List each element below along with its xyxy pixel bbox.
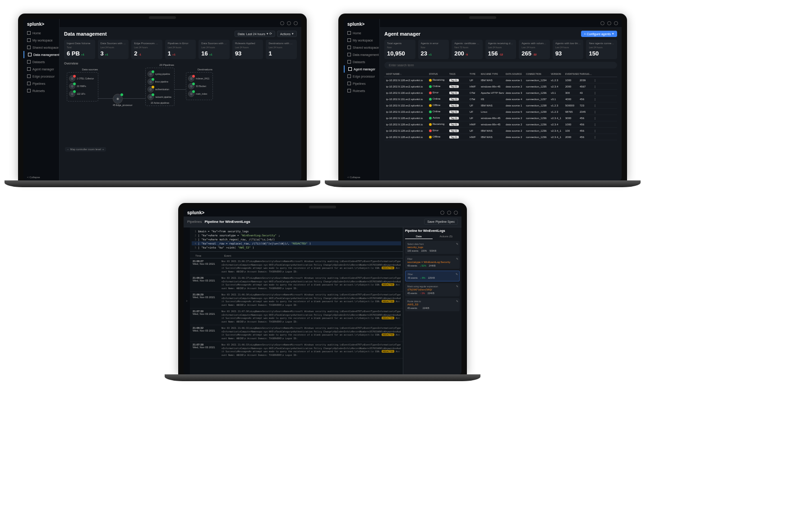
stat-card[interactable]: Destinations with Connection IssuesLast … bbox=[266, 40, 297, 59]
pipeline-stage-card[interactable]: ✎Filter45 events↓ 9%225KB bbox=[405, 271, 460, 281]
col-host[interactable]: HOST NAME ↓ bbox=[386, 73, 429, 75]
edit-icon[interactable]: ✎ bbox=[456, 299, 458, 303]
edit-icon[interactable]: ✎ bbox=[456, 257, 458, 260]
actions-button[interactable]: Actions ▾ bbox=[277, 31, 297, 37]
col-status[interactable]: STATUS bbox=[429, 73, 449, 75]
event-row[interactable]: 21:07:30Wed, Nov 03 2021Nov 03 2021 21:0… bbox=[190, 309, 403, 325]
event-row[interactable]: 21:06:28Wed, Nov 03 2021Nov 03 2021 21:0… bbox=[190, 275, 403, 292]
row-menu-icon[interactable]: ⋮ bbox=[593, 85, 597, 88]
event-row[interactable]: 21:06:27Wed, Nov 03 2021Nov 03 2021 21:0… bbox=[190, 258, 403, 275]
sidebar-item-user[interactable]: My workspace bbox=[23, 37, 59, 44]
user-icon[interactable] bbox=[614, 21, 618, 25]
sidebar-item-rule[interactable]: Rulesets bbox=[23, 87, 59, 94]
edit-icon[interactable]: ✎ bbox=[456, 242, 458, 245]
stat-card[interactable]: Data Sources with Volume ChangesLast 24 … bbox=[198, 40, 230, 59]
code-line[interactable]: 4| "kw">eval _raw = replace(_raw, /(?i)(… bbox=[192, 241, 401, 245]
flow-node[interactable]: ◎22 HWFs bbox=[69, 83, 96, 89]
stat-card[interactable]: Agents with low throughputLast 24 hours9… bbox=[553, 40, 584, 59]
help-icon[interactable] bbox=[287, 21, 291, 25]
code-editor[interactable]: 1$main = "kw">from security_logs2| "kw">… bbox=[190, 227, 403, 252]
settings-icon[interactable] bbox=[280, 21, 284, 25]
stat-card[interactable]: Edge Processors Without AgentsLast 24 ho… bbox=[131, 40, 162, 59]
tab-data[interactable]: Data bbox=[405, 234, 433, 239]
col-events[interactable]: EVENTS/SEC bbox=[565, 73, 580, 75]
row-menu-icon[interactable]: ⋮ bbox=[593, 104, 597, 107]
sidebar-item-home[interactable]: Home bbox=[23, 29, 59, 37]
col-throughput[interactable]: THROUGHPUT bbox=[580, 73, 593, 75]
sidebar-item-pipe[interactable]: Pipelines bbox=[344, 80, 379, 87]
sidebar-item-agent[interactable]: Agent manager bbox=[23, 65, 59, 73]
stat-card[interactable]: Agents receiving dataLast 24 hours156-12 bbox=[485, 40, 517, 59]
event-row[interactable]: 21:07:38Wed, Nov 03 2021Nov 03 2021 21:0… bbox=[190, 342, 403, 359]
pipeline-stage-card[interactable]: ✎Route data toAWS_S345 events224KB bbox=[405, 298, 460, 311]
flow-node[interactable]: ◎S3 Bucket bbox=[188, 83, 211, 89]
col-connection[interactable]: CONNECTION bbox=[526, 73, 551, 75]
sidebar-item-home[interactable]: Home bbox=[344, 29, 379, 37]
sidebar-item-share[interactable]: Shared workspace bbox=[23, 44, 59, 51]
row-menu-icon[interactable]: ⋮ bbox=[593, 78, 597, 82]
flow-node[interactable]: ◎syslog pipeline bbox=[148, 71, 172, 77]
stat-card[interactable]: New agents connectedLast 24 hours150 bbox=[586, 40, 617, 59]
stat-card[interactable]: Ingest Data VolumeTotal6 PB+1 bbox=[64, 40, 95, 59]
stat-card[interactable]: Rulesets AppliedLast 24 hours93 bbox=[232, 40, 263, 59]
code-line[interactable]: 2| "kw">where sourcetype = "WinEventLog:… bbox=[192, 233, 401, 237]
code-line[interactable]: 5| "kw">into "kw">sink("AWS_S3") bbox=[192, 245, 401, 249]
sidebar-item-share[interactable]: Shared workspace bbox=[344, 44, 379, 51]
sidebar-item-pipe[interactable]: Pipelines bbox=[23, 80, 59, 87]
date-range-button[interactable]: Data: Last 24 hours ▾ ⟳ bbox=[235, 31, 275, 37]
settings-icon[interactable] bbox=[600, 21, 604, 25]
expand-sidebar-icon[interactable]: › bbox=[184, 227, 190, 374]
event-row[interactable]: 21:06:32Wed, Nov 03 2021Nov 03 2021 21:0… bbox=[190, 325, 403, 342]
col-tags[interactable]: TAGS bbox=[449, 73, 470, 75]
row-menu-icon[interactable]: ⋮ bbox=[593, 97, 597, 101]
col-machine[interactable]: MACHINE TYPE bbox=[481, 73, 506, 75]
save-pipeline-button[interactable]: Save Pipeline Spec bbox=[424, 219, 458, 225]
table-row[interactable]: ip-10.202.9.133.ec2.splunkit.ioOnlineTag… bbox=[384, 109, 617, 115]
user-icon[interactable] bbox=[454, 211, 458, 215]
sidebar-item-data[interactable]: Data management bbox=[23, 51, 59, 58]
col-type[interactable]: TYPE bbox=[470, 73, 481, 75]
sidebar-item-db[interactable]: Datasets bbox=[344, 58, 379, 65]
flow-node[interactable]: ◎network pipeline bbox=[148, 94, 172, 100]
row-menu-icon[interactable]: ⋮ bbox=[593, 91, 597, 94]
flow-processor-node[interactable]: ◉ bbox=[113, 94, 123, 104]
table-row[interactable]: ip-10.202.9.128.ec2.splunkit.ioOfflineTa… bbox=[384, 134, 617, 140]
sidebar-item-data[interactable]: Data management bbox=[344, 51, 379, 58]
row-menu-icon[interactable]: ⋮ bbox=[593, 116, 597, 120]
code-line[interactable]: 3| "kw">where match_regex(_raw, /(?i)a[^… bbox=[192, 237, 401, 241]
stat-card[interactable]: Data Sources with ErrorsLast 24 hours3+1 bbox=[98, 40, 129, 59]
flow-node[interactable]: ◎main_index bbox=[188, 91, 211, 97]
flow-node[interactable]: ◎indexer_0411 bbox=[188, 75, 211, 82]
user-icon[interactable] bbox=[294, 21, 298, 25]
table-row[interactable]: ip-10.202.9.130.ec2.splunkit.ioErrorTag … bbox=[384, 90, 617, 96]
sidebar-item-agent[interactable]: Agent manager bbox=[344, 65, 379, 73]
tab-actions[interactable]: Actions (5) bbox=[433, 234, 460, 239]
stat-card[interactable]: Agents with volume variancesLast 24 hour… bbox=[519, 40, 550, 59]
flow-node[interactable]: ◎1 OTEL Collector bbox=[69, 75, 96, 82]
event-row[interactable]: 21:06:29Wed, Nov 03 2021Nov 03 2021 21:0… bbox=[190, 292, 403, 309]
sidebar-item-edge[interactable]: Edge processor bbox=[344, 73, 379, 80]
table-row[interactable]: ip-10.202.9.128.ec2.splunkit.ioErrorTag … bbox=[384, 128, 617, 134]
sidebar-item-rule[interactable]: Rulesets bbox=[344, 87, 379, 94]
table-row[interactable]: ip-10.202.9.129.ec2.splunkit.ioOnlineTag… bbox=[384, 83, 617, 90]
search-input[interactable]: Enter search term bbox=[384, 62, 617, 69]
sidebar-item-db[interactable]: Datasets bbox=[23, 58, 59, 65]
stat-card[interactable]: Agents in errorNow23+1 bbox=[418, 40, 449, 59]
pipeline-stage-card[interactable]: ✎Filtersourcetype = WinEventLog:Security… bbox=[405, 256, 460, 269]
pipeline-stage-card[interactable]: ✎Mask using regular expression/(?i)(\W|^… bbox=[405, 283, 460, 296]
col-datasource[interactable]: DATA SOURCE bbox=[506, 73, 526, 75]
edit-icon[interactable]: ✎ bbox=[456, 285, 458, 288]
col-version[interactable]: VERSION bbox=[551, 73, 565, 75]
sidebar-collapse[interactable]: < Collapse bbox=[23, 174, 59, 180]
map-zoom-control[interactable]: − Map controller zoom level + bbox=[65, 147, 106, 152]
help-icon[interactable] bbox=[447, 211, 451, 215]
code-line[interactable]: 1$main = "kw">from security_logs bbox=[192, 229, 401, 233]
pipeline-stage-card[interactable]: ✎Select data fromsecurity_logs100 events… bbox=[405, 241, 460, 254]
table-row[interactable]: ip-10.202.9.128.ec2.splunkit.ioActiveTag… bbox=[384, 115, 617, 121]
table-row[interactable]: ip-10.202.9.131.ec2.splunkit.ioOnlineTag… bbox=[384, 96, 617, 102]
sidebar-collapse[interactable]: < Collapse bbox=[344, 174, 379, 180]
stat-card[interactable]: Total agentsNow10,950 bbox=[384, 40, 415, 59]
breadcrumb[interactable]: Pipelines bbox=[187, 220, 202, 224]
row-menu-icon[interactable]: ⋮ bbox=[593, 123, 597, 126]
settings-icon[interactable] bbox=[440, 211, 444, 215]
